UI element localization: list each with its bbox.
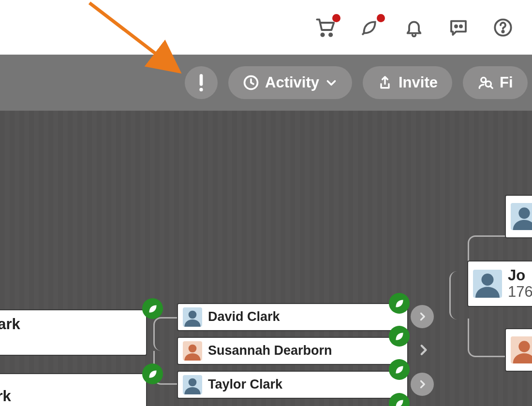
avatar <box>511 203 532 230</box>
person-name: Susannah Dearborn <box>208 344 332 358</box>
exclamation-icon <box>197 73 205 92</box>
svg-point-11 <box>189 311 197 319</box>
hints-button[interactable] <box>359 17 380 38</box>
svg-point-1 <box>329 33 332 36</box>
leaf-icon <box>147 368 159 380</box>
avatar <box>183 375 202 394</box>
expand-button[interactable] <box>411 305 434 328</box>
notifications-button[interactable] <box>403 17 425 38</box>
cart-button[interactable] <box>314 17 336 38</box>
person-card[interactable] <box>505 195 532 238</box>
person-card[interactable]: Taylor Clark <box>177 371 408 399</box>
person-text: estia Clark <box>0 388 11 405</box>
svg-point-13 <box>189 378 197 387</box>
hint-badge[interactable] <box>142 363 163 384</box>
person-card[interactable]: vid W. Clark 98-1873 <box>0 309 147 356</box>
svg-point-0 <box>321 33 324 36</box>
hint-badge[interactable] <box>389 359 410 380</box>
share-icon <box>377 75 393 90</box>
avatar <box>183 307 202 327</box>
hints-notification-dot <box>377 14 385 22</box>
person-card[interactable]: Susannah Dearborn <box>177 337 408 365</box>
person-name: vid W. Clark <box>0 316 20 333</box>
help-icon <box>493 18 513 37</box>
person-name: estia Clark <box>0 388 11 405</box>
chevron-right-icon <box>417 312 427 321</box>
person-name: Taylor Clark <box>208 377 282 392</box>
person-text: vid W. Clark 98-1873 <box>0 316 20 349</box>
clock-icon <box>243 74 259 91</box>
messages-button[interactable] <box>448 17 469 38</box>
top-header <box>0 0 532 55</box>
avatar <box>473 270 502 298</box>
hint-badge[interactable] <box>389 293 410 314</box>
leaf-icon <box>393 363 406 376</box>
bell-icon <box>404 18 424 37</box>
svg-point-15 <box>482 274 494 286</box>
chat-icon <box>449 18 468 37</box>
invite-label: Invite <box>399 74 438 91</box>
cart-icon <box>315 18 335 37</box>
svg-point-2 <box>455 25 457 27</box>
tree-canvas[interactable]: vid W. Clark 98-1873 estia Clark David C… <box>0 111 532 406</box>
find-button[interactable]: Fi <box>463 66 528 99</box>
avatar <box>511 336 532 363</box>
expand-button[interactable] <box>417 344 429 358</box>
person-name: David Clark <box>208 310 280 324</box>
leaf-icon <box>393 397 406 406</box>
secondary-toolbar: Activity Invite Fi <box>0 55 532 111</box>
hint-badge[interactable] <box>389 326 410 347</box>
person-name: Jo <box>508 267 532 284</box>
svg-point-14 <box>518 207 530 218</box>
person-card[interactable]: Jo 176 <box>467 261 532 307</box>
svg-point-16 <box>518 341 530 352</box>
alert-button[interactable] <box>185 66 218 99</box>
svg-rect-6 <box>200 74 203 86</box>
svg-point-3 <box>460 25 462 27</box>
find-person-icon <box>477 74 494 91</box>
person-text: Jo 176 <box>508 267 532 300</box>
leaf-icon <box>393 297 406 310</box>
activity-label: Activity <box>265 74 319 91</box>
person-card[interactable] <box>505 328 532 372</box>
leaf-icon <box>360 18 379 37</box>
svg-point-7 <box>199 88 203 91</box>
leaf-icon <box>393 330 406 343</box>
leaf-icon <box>147 303 159 315</box>
find-label: Fi <box>500 74 513 91</box>
person-dates: 98-1873 <box>0 333 20 349</box>
svg-point-5 <box>502 30 503 32</box>
expand-button[interactable] <box>411 373 434 396</box>
chevron-down-icon <box>325 76 338 89</box>
hint-badge[interactable] <box>142 298 163 319</box>
svg-point-9 <box>481 77 486 82</box>
person-dates: 176 <box>508 284 532 300</box>
chevron-right-icon <box>417 344 429 356</box>
svg-point-12 <box>189 345 197 353</box>
person-card[interactable]: David Clark <box>177 303 408 331</box>
activity-button[interactable]: Activity <box>228 66 352 99</box>
cart-notification-dot <box>332 14 340 22</box>
avatar <box>183 341 202 361</box>
chevron-right-icon <box>417 379 427 389</box>
help-button[interactable] <box>492 17 514 38</box>
person-card[interactable]: estia Clark <box>0 373 147 406</box>
invite-button[interactable]: Invite <box>363 66 452 99</box>
tree-connector <box>153 317 177 351</box>
